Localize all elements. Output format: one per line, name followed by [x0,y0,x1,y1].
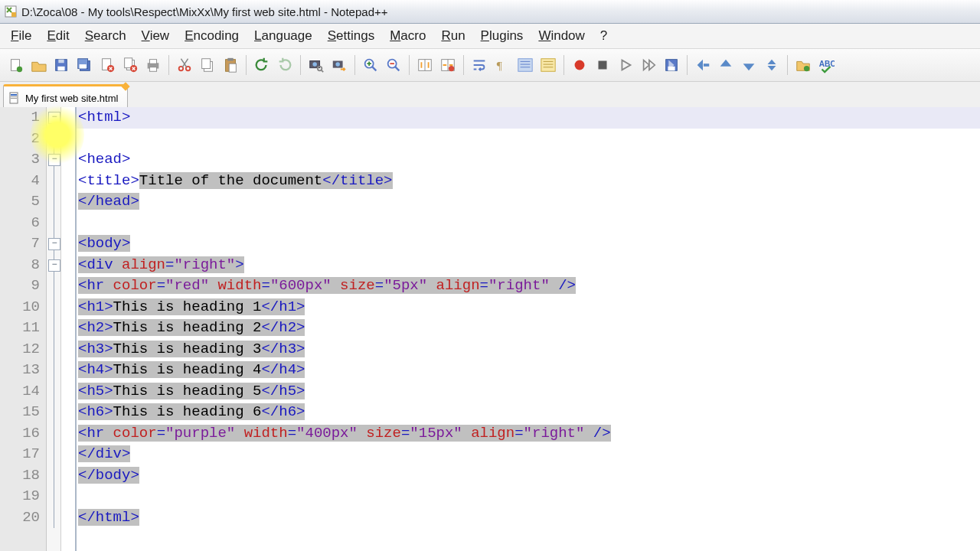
menu-plugins[interactable]: Plugins [473,24,531,48]
menu-run[interactable]: Run [433,24,472,48]
code-line[interactable]: </head> [77,191,980,213]
tabbar: My first web site.html [0,82,980,110]
code-line[interactable]: <div align="right"> [77,255,980,276]
line-number: 17 [0,444,46,465]
window-title: D:\Zoca\08 - My tools\Respect\MixXx\My f… [21,5,388,18]
lang-icon[interactable] [537,54,559,76]
code-line[interactable] [77,486,980,507]
svg-rect-47 [704,64,709,67]
code-line[interactable]: <h3>This is heading 3</h3> [77,339,980,360]
zoom-in-icon[interactable] [360,54,381,76]
wordwrap-icon[interactable] [469,54,490,76]
code-line[interactable]: </div> [77,444,980,465]
indent-guide-icon[interactable] [514,54,536,76]
toolbar-separator [787,55,788,75]
code-line[interactable]: <hr color="purple" width="400px" size="1… [77,423,980,445]
fold-marker[interactable]: − [48,112,60,124]
code-line[interactable]: </body> [77,465,980,487]
toolbar: ¶ABC [0,49,980,82]
code-line[interactable]: <h1>This is heading 1</h1> [77,297,980,318]
down-icon[interactable] [738,54,760,76]
svg-rect-44 [599,61,607,70]
svg-text:ABC: ABC [819,60,835,68]
stop-icon[interactable] [592,54,613,76]
fold-marker[interactable]: − [48,238,60,250]
svg-point-3 [17,67,22,72]
code-line[interactable]: <h5>This is heading 5</h5> [77,381,980,403]
menu-encoding[interactable]: Encoding [177,24,247,48]
paste-icon[interactable] [220,54,241,76]
line-number: 3 [0,149,46,171]
svg-line-28 [321,70,323,72]
svg-rect-17 [149,67,156,72]
line-number: 9 [0,276,46,297]
svg-rect-41 [518,59,532,72]
all-chars-icon[interactable]: ¶ [492,54,513,76]
svg-rect-23 [227,58,233,61]
menu-edit[interactable]: Edit [39,24,77,48]
tab-modified-icon [122,82,130,90]
line-number: 7 [0,233,46,255]
menubar: FileEditSearchViewEncodingLanguageSettin… [0,24,980,49]
code-line[interactable] [77,129,980,150]
svg-rect-52 [11,96,17,97]
code-line[interactable]: <h4>This is heading 4</h4> [77,360,980,381]
line-number: 5 [0,191,46,213]
line-number: 19 [0,486,46,507]
code-line[interactable]: <title>Title of the document</title> [77,171,980,192]
code-line[interactable]: <head> [77,149,980,171]
code-line[interactable]: <hr color="red" width="600px" size="5px"… [77,276,980,297]
svg-rect-21 [202,59,211,69]
up-icon[interactable] [715,54,737,76]
line-number: 6 [0,213,46,234]
save-macro-icon[interactable] [661,54,682,76]
outdent-icon[interactable] [692,54,714,76]
tab-file[interactable]: My first web site.html [3,84,128,109]
open-file-icon[interactable] [28,54,49,76]
play-icon[interactable] [615,54,636,76]
svg-point-30 [335,62,340,67]
menu-view[interactable]: View [134,24,178,48]
spellcheck-icon[interactable]: ABC [815,54,837,76]
menu-window[interactable]: Window [531,24,592,48]
sync-h-icon[interactable] [437,54,459,76]
fold-marker[interactable]: − [48,154,60,166]
code-line[interactable]: </html> [77,507,980,529]
copy-icon[interactable] [197,54,218,76]
line-number: 12 [0,339,46,360]
code-line[interactable] [77,213,980,234]
menu-file[interactable]: File [3,24,39,48]
menu-macro[interactable]: Macro [382,24,433,48]
cut-icon[interactable] [174,54,195,76]
code-line[interactable]: <h2>This is heading 2</h2> [77,318,980,339]
menu-settings[interactable]: Settings [320,24,382,48]
code-area[interactable]: <html><head><title>Title of the document… [77,107,980,551]
fold-marker[interactable]: − [48,259,60,272]
code-line[interactable]: <h6>This is heading 6</h6> [77,402,980,423]
find-icon[interactable] [305,54,327,76]
file-icon [8,92,21,104]
menu-help[interactable]: ? [593,24,615,48]
sort-icon[interactable] [761,54,782,76]
fold-column: −−−− [47,107,61,551]
code-line[interactable]: <body> [77,233,980,255]
play-multi-icon[interactable] [638,54,659,76]
replace-icon[interactable] [328,54,350,76]
new-file-icon[interactable] [5,54,26,76]
close-icon[interactable] [96,54,118,76]
app-icon [5,5,17,18]
menu-search[interactable]: Search [77,24,134,48]
folder-icon[interactable] [792,54,814,76]
save-icon[interactable] [51,54,72,76]
menu-language[interactable]: Language [247,24,320,48]
sync-v-icon[interactable] [414,54,436,76]
titlebar: D:\Zoca\08 - My tools\Respect\MixXx\My f… [0,0,980,24]
redo-icon[interactable] [274,54,296,76]
save-all-icon[interactable] [74,54,95,76]
zoom-out-icon[interactable] [383,54,404,76]
undo-icon[interactable] [251,54,273,76]
print-icon[interactable] [142,54,164,76]
code-line[interactable]: <html> [77,107,980,129]
record-icon[interactable] [569,54,590,76]
close-all-icon[interactable] [119,54,141,76]
